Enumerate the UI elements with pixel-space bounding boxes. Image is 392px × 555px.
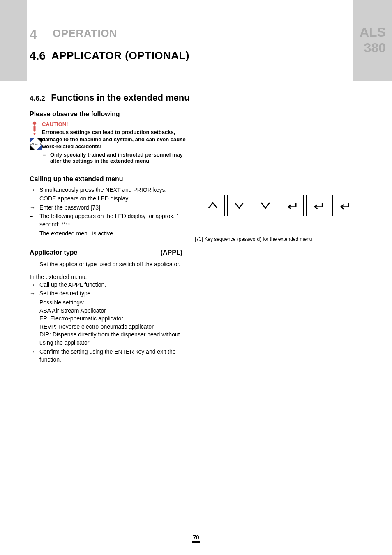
key-enter-icon (280, 195, 304, 216)
list-marker: – (30, 230, 39, 238)
list-marker: → (30, 290, 39, 298)
caution-label: CAUTION! (42, 121, 186, 127)
experts-icon: EXPERTS (30, 138, 42, 150)
page-number: 70 (192, 534, 200, 543)
applicator-type-heading: Applicator type (30, 249, 77, 256)
list-marker: – (30, 260, 39, 269)
key-up-icon (201, 195, 225, 216)
left-grey-band (0, 0, 27, 81)
list-marker: → (30, 348, 39, 364)
list-marker: – (30, 212, 39, 228)
list-marker: – (30, 195, 39, 203)
list-marker: – (30, 299, 39, 347)
subsection-title: Functions in the extended menu (51, 92, 189, 103)
list-text: The extended menu is active. (39, 230, 182, 238)
list-text: Set the desired type. (39, 290, 182, 298)
list-text: CODE appears on the LED display. (39, 195, 182, 203)
section-title: APPLICATOR (OPTIONAL) (51, 49, 189, 62)
calling-up-list: →Simultaneously press the NEXT and PRIOR… (30, 186, 182, 238)
doc-model-line2: 380 (364, 40, 386, 55)
list-text: Confirm the setting using the ENTER key … (39, 348, 182, 364)
list-text: Enter the password [73]. (39, 204, 182, 212)
doc-model-line1: ALS (360, 25, 386, 40)
please-observe-heading: Please observe the following (30, 111, 362, 118)
list-text: Possible settings: ASA Air Stream Applic… (39, 299, 182, 347)
list-text: Call up the APPL function. (39, 281, 182, 289)
list-text: Set the applicator type used or switch o… (39, 260, 182, 269)
subsection-number: 4.6.2 (30, 94, 45, 103)
key-down-icon (227, 195, 251, 216)
section-number: 4.6 (30, 49, 46, 62)
key-down-icon (254, 195, 277, 216)
calling-up-heading: Calling up the extended menu (30, 175, 182, 183)
chapter-number: 4 (30, 27, 37, 42)
list-marker: → (30, 204, 39, 212)
key-enter-icon (306, 195, 330, 216)
list-marker: → (30, 281, 39, 289)
chapter-title: OPERATION (53, 27, 117, 40)
applicator-code: (APPL) (161, 249, 182, 256)
caution-bullet-marker: – (43, 152, 50, 164)
list-marker: → (30, 186, 39, 194)
list-text: The following appears on the LED display… (39, 212, 182, 228)
svg-text:EXPERTS: EXPERTS (30, 143, 42, 145)
list-text: Simultaneously press the NEXT and PRIOR … (39, 186, 182, 194)
svg-point-0 (33, 122, 37, 125)
key-enter-icon (332, 195, 356, 216)
figure-caption: [73] Key sequence (password) for the ext… (195, 236, 362, 242)
caution-block: EXPERTS CAUTION! Erroneous settings can … (30, 121, 362, 164)
figure-box (195, 187, 362, 233)
svg-rect-1 (33, 125, 35, 131)
caution-exclamation-icon (30, 121, 39, 135)
caution-body-text: Erroneous settings can lead to productio… (42, 129, 186, 150)
in-extended-menu-line: In the extended menu: (30, 274, 182, 280)
svg-point-2 (33, 133, 35, 135)
caution-bullet-text: Only specially trained and instructed pe… (50, 152, 186, 164)
